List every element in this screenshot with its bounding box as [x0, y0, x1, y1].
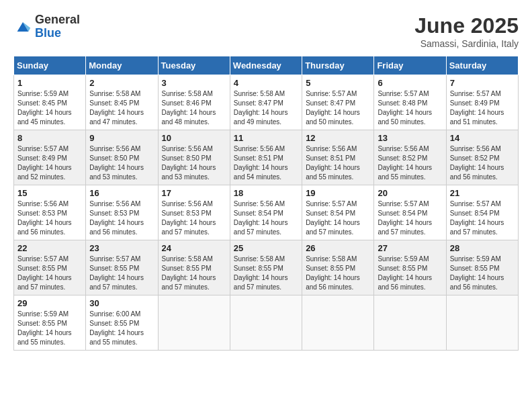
day-number: 4	[234, 78, 298, 88]
calendar-cell: 14 Sunrise: 5:56 AMSunset: 8:52 PMDaylig…	[446, 130, 518, 185]
day-number: 29	[17, 298, 82, 308]
day-info: Sunrise: 5:57 AMSunset: 8:54 PMDaylight:…	[306, 199, 370, 237]
calendar-cell: 25 Sunrise: 5:58 AMSunset: 8:55 PMDaylig…	[230, 240, 302, 295]
logo-blue-text: Blue	[35, 27, 80, 40]
calendar-cell: 5 Sunrise: 5:57 AMSunset: 8:47 PMDayligh…	[302, 75, 374, 130]
calendar-week-row-2: 8 Sunrise: 5:57 AMSunset: 8:49 PMDayligh…	[14, 130, 519, 185]
day-number: 18	[234, 188, 298, 198]
calendar-cell: 18 Sunrise: 5:56 AMSunset: 8:54 PMDaylig…	[230, 185, 302, 240]
weekday-header-row: SundayMondayTuesdayWednesdayThursdayFrid…	[14, 56, 519, 75]
day-info: Sunrise: 5:56 AMSunset: 8:52 PMDaylight:…	[450, 144, 515, 182]
day-info: Sunrise: 5:59 AMSunset: 8:55 PMDaylight:…	[450, 255, 515, 292]
day-number: 28	[450, 243, 515, 253]
day-info: Sunrise: 5:56 AMSunset: 8:51 PMDaylight:…	[306, 144, 370, 182]
calendar-cell: 3 Sunrise: 5:58 AMSunset: 8:46 PMDayligh…	[158, 75, 230, 130]
day-number: 9	[89, 133, 154, 143]
day-number: 20	[378, 188, 442, 198]
calendar-cell: 27 Sunrise: 5:59 AMSunset: 8:55 PMDaylig…	[374, 240, 446, 295]
day-number: 30	[89, 298, 154, 308]
day-number: 10	[162, 133, 226, 143]
calendar-cell: 15 Sunrise: 5:56 AMSunset: 8:53 PMDaylig…	[14, 185, 86, 240]
day-info: Sunrise: 5:59 AMSunset: 8:55 PMDaylight:…	[17, 310, 82, 347]
calendar-cell: 21 Sunrise: 5:57 AMSunset: 8:54 PMDaylig…	[446, 185, 518, 240]
day-number: 8	[17, 133, 82, 143]
calendar-cell	[230, 295, 302, 351]
day-number: 21	[450, 188, 515, 198]
logo-icon	[13, 17, 32, 36]
day-number: 25	[234, 243, 298, 253]
day-number: 14	[450, 133, 515, 143]
day-info: Sunrise: 5:57 AMSunset: 8:48 PMDaylight:…	[378, 89, 442, 127]
day-number: 3	[162, 78, 226, 88]
day-info: Sunrise: 5:58 AMSunset: 8:46 PMDaylight:…	[162, 89, 226, 127]
calendar-cell: 22 Sunrise: 5:57 AMSunset: 8:55 PMDaylig…	[14, 240, 86, 295]
day-info: Sunrise: 5:57 AMSunset: 8:55 PMDaylight:…	[89, 255, 154, 292]
weekday-header-wednesday: Wednesday	[230, 56, 302, 75]
day-info: Sunrise: 5:56 AMSunset: 8:50 PMDaylight:…	[162, 144, 226, 182]
day-number: 22	[17, 243, 82, 253]
day-info: Sunrise: 5:59 AMSunset: 8:55 PMDaylight:…	[378, 255, 442, 292]
day-info: Sunrise: 5:57 AMSunset: 8:55 PMDaylight:…	[17, 255, 82, 292]
calendar-cell: 19 Sunrise: 5:57 AMSunset: 8:54 PMDaylig…	[302, 185, 374, 240]
day-number: 15	[17, 188, 82, 198]
calendar-cell: 8 Sunrise: 5:57 AMSunset: 8:49 PMDayligh…	[14, 130, 86, 185]
day-info: Sunrise: 5:58 AMSunset: 8:45 PMDaylight:…	[89, 89, 154, 127]
weekday-header-sunday: Sunday	[14, 56, 86, 75]
day-info: Sunrise: 5:56 AMSunset: 8:53 PMDaylight:…	[89, 199, 154, 237]
day-info: Sunrise: 6:00 AMSunset: 8:55 PMDaylight:…	[89, 310, 154, 347]
calendar-cell: 7 Sunrise: 5:57 AMSunset: 8:49 PMDayligh…	[446, 75, 518, 130]
calendar-week-row-1: 1 Sunrise: 5:59 AMSunset: 8:45 PMDayligh…	[14, 75, 519, 130]
calendar-cell: 23 Sunrise: 5:57 AMSunset: 8:55 PMDaylig…	[86, 240, 158, 295]
day-number: 16	[89, 188, 154, 198]
title-block: June 2025 Samassi, Sardinia, Italy	[414, 13, 519, 49]
day-info: Sunrise: 5:58 AMSunset: 8:55 PMDaylight:…	[306, 255, 370, 292]
day-info: Sunrise: 5:58 AMSunset: 8:55 PMDaylight:…	[234, 255, 298, 292]
day-info: Sunrise: 5:57 AMSunset: 8:49 PMDaylight:…	[17, 144, 82, 182]
calendar-week-row-3: 15 Sunrise: 5:56 AMSunset: 8:53 PMDaylig…	[14, 185, 519, 240]
day-info: Sunrise: 5:57 AMSunset: 8:54 PMDaylight:…	[378, 199, 442, 237]
day-info: Sunrise: 5:56 AMSunset: 8:54 PMDaylight:…	[234, 199, 298, 237]
calendar-cell	[374, 295, 446, 351]
day-info: Sunrise: 5:58 AMSunset: 8:47 PMDaylight:…	[234, 89, 298, 127]
calendar-cell: 10 Sunrise: 5:56 AMSunset: 8:50 PMDaylig…	[158, 130, 230, 185]
day-info: Sunrise: 5:56 AMSunset: 8:52 PMDaylight:…	[378, 144, 442, 182]
calendar-week-row-5: 29 Sunrise: 5:59 AMSunset: 8:55 PMDaylig…	[14, 295, 519, 351]
calendar-cell: 20 Sunrise: 5:57 AMSunset: 8:54 PMDaylig…	[374, 185, 446, 240]
logo-general-text: General	[35, 13, 80, 27]
calendar-week-row-4: 22 Sunrise: 5:57 AMSunset: 8:55 PMDaylig…	[14, 240, 519, 295]
day-number: 7	[450, 78, 515, 88]
day-number: 17	[162, 188, 226, 198]
day-info: Sunrise: 5:57 AMSunset: 8:54 PMDaylight:…	[450, 199, 515, 237]
day-number: 26	[306, 243, 370, 253]
day-number: 27	[378, 243, 442, 253]
weekday-header-monday: Monday	[86, 56, 158, 75]
calendar-cell	[158, 295, 230, 351]
calendar-cell: 4 Sunrise: 5:58 AMSunset: 8:47 PMDayligh…	[230, 75, 302, 130]
day-number: 23	[89, 243, 154, 253]
day-number: 13	[378, 133, 442, 143]
calendar-cell: 17 Sunrise: 5:56 AMSunset: 8:53 PMDaylig…	[158, 185, 230, 240]
day-number: 11	[234, 133, 298, 143]
calendar-cell: 26 Sunrise: 5:58 AMSunset: 8:55 PMDaylig…	[302, 240, 374, 295]
day-info: Sunrise: 5:56 AMSunset: 8:50 PMDaylight:…	[89, 144, 154, 182]
day-info: Sunrise: 5:57 AMSunset: 8:49 PMDaylight:…	[450, 89, 515, 127]
day-number: 24	[162, 243, 226, 253]
calendar-cell: 1 Sunrise: 5:59 AMSunset: 8:45 PMDayligh…	[14, 75, 86, 130]
calendar-cell	[446, 295, 518, 351]
calendar-cell: 13 Sunrise: 5:56 AMSunset: 8:52 PMDaylig…	[374, 130, 446, 185]
calendar-cell	[302, 295, 374, 351]
calendar-table: SundayMondayTuesdayWednesdayThursdayFrid…	[13, 56, 519, 351]
day-info: Sunrise: 5:56 AMSunset: 8:53 PMDaylight:…	[17, 199, 82, 237]
calendar-cell: 24 Sunrise: 5:58 AMSunset: 8:55 PMDaylig…	[158, 240, 230, 295]
day-number: 2	[89, 78, 154, 88]
page-header: General Blue June 2025 Samassi, Sardinia…	[13, 13, 519, 49]
weekday-header-thursday: Thursday	[302, 56, 374, 75]
day-info: Sunrise: 5:56 AMSunset: 8:51 PMDaylight:…	[234, 144, 298, 182]
calendar-cell: 28 Sunrise: 5:59 AMSunset: 8:55 PMDaylig…	[446, 240, 518, 295]
calendar-cell: 2 Sunrise: 5:58 AMSunset: 8:45 PMDayligh…	[86, 75, 158, 130]
calendar-cell: 11 Sunrise: 5:56 AMSunset: 8:51 PMDaylig…	[230, 130, 302, 185]
calendar-cell: 29 Sunrise: 5:59 AMSunset: 8:55 PMDaylig…	[14, 295, 86, 351]
logo: General Blue	[13, 13, 80, 40]
day-info: Sunrise: 5:57 AMSunset: 8:47 PMDaylight:…	[306, 89, 370, 127]
day-number: 12	[306, 133, 370, 143]
